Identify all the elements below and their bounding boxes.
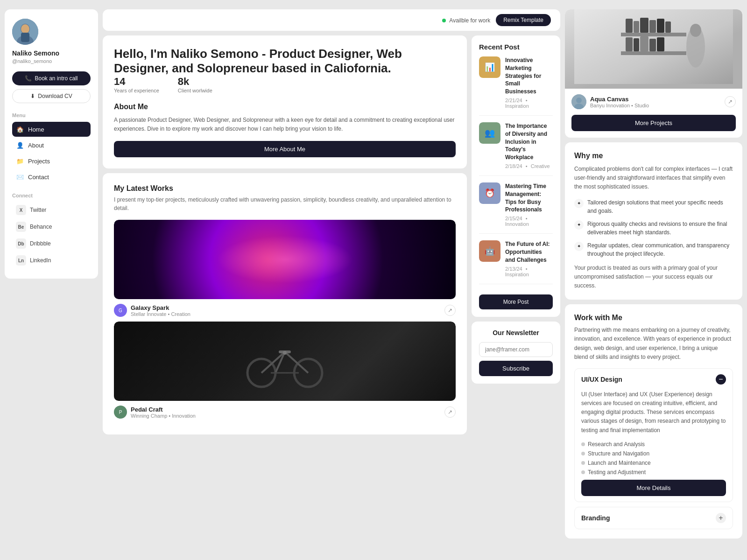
post-info-2: The Importance of Diversity and Inclusio… bbox=[505, 122, 553, 169]
twitter-badge: X bbox=[16, 205, 26, 215]
more-about-button[interactable]: More About Me bbox=[114, 141, 456, 157]
book-call-button[interactable]: 📞 Book an intro call bbox=[12, 71, 91, 85]
sidebar: Naliko Semono @naliko_semono 📞 Book an i… bbox=[5, 9, 98, 279]
post-meta-3: 2/15/24 • Innovation bbox=[505, 216, 553, 227]
work-arrow-bike[interactable]: ↗ bbox=[444, 406, 456, 418]
more-posts-button[interactable]: More Post bbox=[479, 294, 553, 309]
post-info-3: Mastering Time Management: Tips for Busy… bbox=[505, 182, 553, 227]
post-meta-4: 2/13/24 • Inspiration bbox=[505, 266, 553, 277]
project-name: Aqua Canvas bbox=[590, 96, 649, 103]
project-avatar bbox=[571, 94, 586, 109]
post-meta-1: 2/21/24 • Inspiration bbox=[505, 98, 553, 109]
dribbble-badge: Db bbox=[16, 238, 26, 249]
stat-experience-num: 14 bbox=[114, 76, 159, 88]
works-desc: I present my top-tier projects, meticulo… bbox=[114, 196, 456, 212]
more-projects-button[interactable]: More Projects bbox=[571, 115, 736, 131]
post-thumb-1: 📊 bbox=[479, 56, 500, 78]
work-thumb-galaxy: G bbox=[114, 304, 127, 317]
post-title-3: Mastering Time Management: Tips for Busy… bbox=[505, 182, 553, 214]
svg-rect-21 bbox=[657, 37, 664, 51]
work-info-bike: Pedal Craft Winning Champ • Innovation bbox=[131, 406, 196, 419]
behance-badge: Be bbox=[16, 222, 26, 232]
project-sub: Banyu Innovation • Studio bbox=[590, 103, 649, 108]
work-image-galaxy bbox=[114, 220, 456, 299]
svg-rect-18 bbox=[634, 38, 639, 51]
service-uiux-header[interactable]: UI/UX Design − bbox=[575, 369, 733, 390]
project-meta-left: Aqua Canvas Banyu Innovation • Studio bbox=[571, 94, 649, 109]
post-title-4: The Future of AI: Opportunities and Chal… bbox=[505, 240, 553, 264]
work-info-galaxy: Galaxy Spark Stellar Innovate • Creation bbox=[131, 304, 190, 317]
newsletter-card: Our Newsletter Subscribe bbox=[472, 322, 560, 384]
dribbble-label: Dribbble bbox=[30, 240, 51, 247]
social-twitter[interactable]: X Twitter bbox=[12, 202, 91, 218]
service-uiux-toggle[interactable]: − bbox=[716, 374, 726, 385]
svg-point-7 bbox=[283, 351, 287, 355]
subscribe-button[interactable]: Subscribe bbox=[479, 361, 553, 376]
post-thumb-2: 👥 bbox=[479, 122, 500, 144]
post-info-1: Innovative Marketing Strategies for Smal… bbox=[505, 56, 553, 109]
service-list-item-2: Structure and Navigation bbox=[581, 449, 726, 458]
remix-template-button[interactable]: Remix Template bbox=[496, 14, 551, 26]
post-thumb-4: 🤖 bbox=[479, 240, 500, 262]
sidebar-item-contact[interactable]: ✉️ Contact bbox=[12, 169, 91, 184]
newsletter-email-input[interactable] bbox=[479, 342, 553, 357]
why-text-1: Tailored design solutions that meet your… bbox=[587, 198, 733, 215]
bike-illustration bbox=[238, 333, 331, 389]
project-image bbox=[565, 9, 742, 89]
sidebar-item-about[interactable]: 👤 About bbox=[12, 138, 91, 153]
svg-rect-9 bbox=[621, 33, 686, 36]
more-details-button[interactable]: More Details bbox=[581, 480, 726, 496]
svg-rect-17 bbox=[626, 37, 633, 51]
available-dot bbox=[442, 19, 446, 22]
service-uiux-accordion: UI/UX Design − UI (User Interface) and U… bbox=[574, 368, 733, 502]
social-behance[interactable]: Be Behance bbox=[12, 219, 91, 235]
social-dribbble[interactable]: Db Dribbble bbox=[12, 236, 91, 252]
sidebar-handle: @naliko_semono bbox=[12, 58, 91, 64]
why-me-footer: Your product is treated as ours with a p… bbox=[574, 264, 733, 291]
right-panel: Aqua Canvas Banyu Innovation • Studio ↗ … bbox=[565, 9, 742, 539]
phone-icon: 📞 bbox=[25, 75, 32, 82]
service-uiux-list: Research and Analysis Structure and Navi… bbox=[581, 440, 726, 477]
sidebar-item-home[interactable]: 🏠 Home bbox=[12, 122, 91, 137]
work-thumb-bike: P bbox=[114, 406, 127, 419]
stat-clients-num: 8k bbox=[178, 76, 212, 88]
about-icon: 👤 bbox=[16, 141, 24, 149]
social-linkedin[interactable]: Ln LinkedIn bbox=[12, 252, 91, 268]
why-me-title: Why me bbox=[574, 152, 733, 160]
about-me-title: About Me bbox=[114, 103, 456, 111]
service-uiux-title: UI/UX Design bbox=[581, 376, 622, 383]
post-info-4: The Future of AI: Opportunities and Chal… bbox=[505, 240, 553, 277]
newsletter-title: Our Newsletter bbox=[479, 329, 553, 336]
why-me-card: Why me Complicated problems don't call f… bbox=[565, 142, 742, 300]
work-sub-bike: Winning Champ • Innovation bbox=[131, 413, 196, 419]
svg-rect-15 bbox=[657, 19, 664, 33]
service-list-item-1: Research and Analysis bbox=[581, 440, 726, 449]
post-meta-2: 2/18/24 • Creative bbox=[505, 163, 553, 169]
projects-icon: 📁 bbox=[16, 157, 24, 165]
posts-col: Recent Post 📊 Innovative Marketing Strat… bbox=[472, 35, 560, 434]
behance-label: Behance bbox=[30, 224, 52, 230]
svg-rect-12 bbox=[634, 21, 639, 33]
sidebar-item-projects[interactable]: 📁 Projects bbox=[12, 154, 91, 168]
service-list-item-3: Launch and Maintenance bbox=[581, 458, 726, 468]
work-meta-left-bike: P Pedal Craft Winning Champ • Innovation bbox=[114, 406, 196, 419]
service-branding-toggle[interactable]: + bbox=[716, 513, 726, 523]
work-arrow-galaxy[interactable]: ↗ bbox=[444, 305, 456, 316]
linkedin-label: LinkedIn bbox=[30, 257, 51, 264]
project-meta: Aqua Canvas Banyu Innovation • Studio ↗ bbox=[565, 89, 742, 115]
svg-point-3 bbox=[21, 24, 29, 34]
why-icon-3: ✦ bbox=[574, 242, 584, 251]
work-meta-galaxy: G Galaxy Spark Stellar Innovate • Creati… bbox=[114, 299, 456, 317]
service-branding-accordion[interactable]: Branding + bbox=[574, 507, 733, 529]
svg-rect-19 bbox=[640, 36, 648, 51]
stat-experience: 14 Years of experience bbox=[114, 76, 159, 93]
service-branding-title: Branding bbox=[581, 514, 610, 522]
post-item-1: 📊 Innovative Marketing Strategies for Sm… bbox=[479, 56, 553, 116]
download-cv-button[interactable]: ⬇ Download CV bbox=[12, 89, 91, 103]
connect-label: Connect bbox=[12, 193, 91, 198]
svg-point-25 bbox=[576, 98, 582, 103]
post-item-3: ⏰ Mastering Time Management: Tips for Bu… bbox=[479, 182, 553, 234]
sidebar-item-about-label: About bbox=[28, 142, 44, 149]
work-with-me-title: Work with Me bbox=[574, 314, 733, 322]
project-arrow[interactable]: ↗ bbox=[725, 96, 736, 107]
